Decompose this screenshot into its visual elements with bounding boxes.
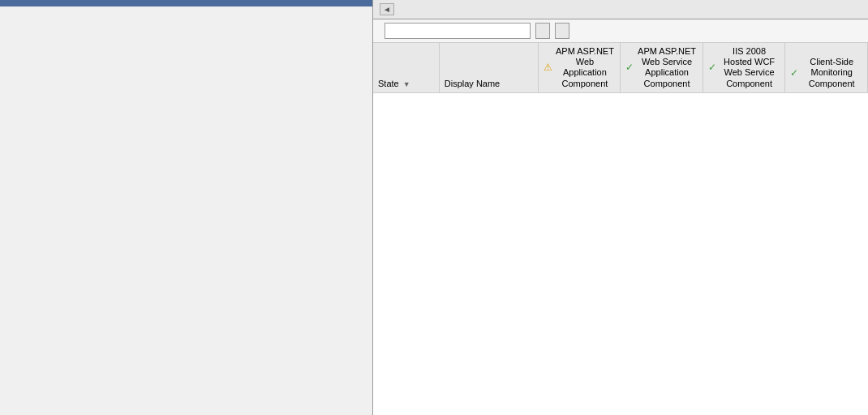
panel-header: ◄ bbox=[373, 0, 868, 19]
col-display-name: Display Name bbox=[439, 43, 538, 92]
healthy-col-icon-4: ✓ bbox=[790, 67, 798, 79]
sidebar-header bbox=[0, 0, 372, 6]
data-table: State ▼ Display Name ⚠ APM ASP.NET Web A… bbox=[373, 43, 868, 93]
sort-icon-state: ▼ bbox=[403, 80, 410, 88]
search-input[interactable] bbox=[385, 23, 531, 39]
toolbar bbox=[373, 19, 868, 43]
col-iis-wcf-label: IIS 2008 Hosted WCF Web Service Componen… bbox=[719, 46, 780, 89]
main-content: ◄ State ▼ Display Name bbox=[373, 0, 868, 415]
col-apm-asp-web-label: APM ASP.NET Web Application Component bbox=[555, 46, 616, 89]
col-client-side: ✓ Client-Side Monitoring Component bbox=[785, 43, 868, 92]
collapse-button[interactable]: ◄ bbox=[380, 3, 394, 15]
tree-container bbox=[0, 6, 372, 415]
col-display-name-label: Display Name bbox=[445, 79, 500, 88]
col-apm-asp-web: ⚠ APM ASP.NET Web Application Component bbox=[538, 43, 621, 92]
warning-col-icon-1: ⚠ bbox=[544, 62, 552, 73]
col-client-side-label: Client-Side Monitoring Component bbox=[801, 57, 862, 89]
table-header-row: State ▼ Display Name ⚠ APM ASP.NET Web A… bbox=[373, 43, 868, 92]
sidebar bbox=[0, 0, 373, 415]
col-state-label: State bbox=[378, 79, 399, 88]
col-iis-wcf: ✓ IIS 2008 Hosted WCF Web Service Compon… bbox=[703, 43, 785, 92]
find-now-button[interactable] bbox=[535, 23, 550, 39]
clear-button[interactable] bbox=[555, 23, 569, 39]
healthy-col-icon-3: ✓ bbox=[708, 62, 716, 73]
col-state[interactable]: State ▼ bbox=[373, 43, 439, 92]
col-apm-asp-ws-label: APM ASP.NET Web Service Application Comp… bbox=[636, 46, 698, 89]
col-apm-asp-ws: ✓ APM ASP.NET Web Service Application Co… bbox=[621, 43, 703, 92]
healthy-col-icon-2: ✓ bbox=[625, 62, 634, 73]
table-area: State ▼ Display Name ⚠ APM ASP.NET Web A… bbox=[373, 43, 868, 415]
